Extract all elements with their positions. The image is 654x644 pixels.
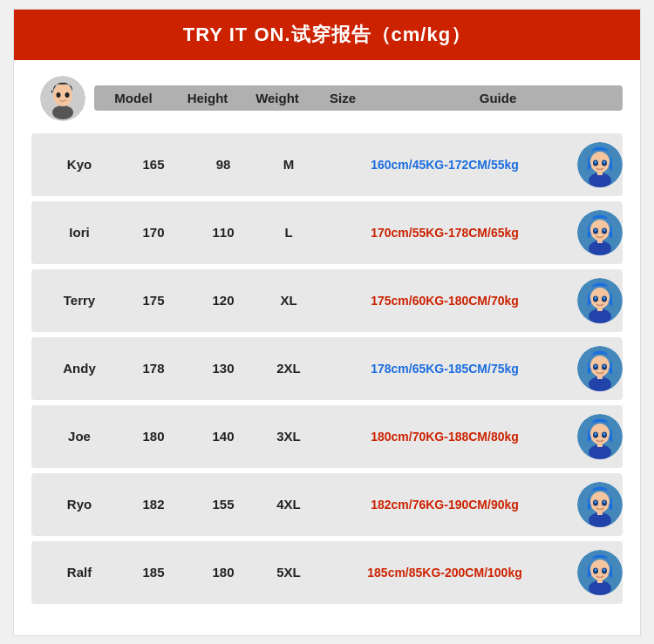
svg-point-60: [603, 568, 606, 571]
svg-point-44: [603, 432, 606, 435]
column-labels: Model Height Weight Size Guide: [94, 85, 623, 111]
row-avatar-4: [577, 414, 623, 459]
table-row: Joe 180 140 3XL 180cm/70KG-188CM/80kg: [31, 405, 623, 468]
cell-weight-0: 98: [188, 157, 258, 172]
col-guide-label: Guide: [373, 91, 623, 105]
svg-point-35: [595, 364, 597, 367]
svg-point-51: [595, 500, 597, 503]
cell-weight-4: 140: [188, 429, 258, 444]
cell-height-5: 182: [119, 497, 188, 512]
svg-point-28: [603, 296, 606, 299]
svg-point-3: [57, 92, 61, 98]
cell-height-4: 180: [119, 429, 188, 444]
rows-container: Kyo 165 98 M 160cm/45KG-172CM/55kg: [31, 133, 623, 604]
cell-size-0: M: [258, 157, 319, 172]
cell-model-1: Iori: [40, 225, 119, 240]
svg-point-4: [65, 92, 70, 98]
row-avatar-2: [577, 278, 623, 323]
row-avatar-0: [577, 142, 623, 187]
cell-guide-0: 160cm/45KG-172CM/55kg: [319, 158, 570, 172]
cell-height-0: 165: [119, 157, 188, 172]
cell-guide-3: 178cm/65KG-185CM/75kg: [319, 362, 570, 376]
cell-size-1: L: [258, 225, 319, 240]
row-data-4: Joe 180 140 3XL 180cm/70KG-188CM/80kg: [40, 429, 570, 444]
row-data-0: Kyo 165 98 M 160cm/45KG-172CM/55kg: [40, 157, 570, 172]
cell-weight-2: 120: [188, 293, 258, 308]
cell-guide-5: 182cm/76KG-190CM/90kg: [319, 498, 570, 512]
cell-guide-4: 180cm/70KG-188CM/80kg: [319, 430, 570, 444]
table-row: Ryo 182 155 4XL 182cm/76KG-190CM/90kg: [31, 473, 623, 536]
row-avatar-6: [577, 550, 623, 595]
header-avatar: [40, 76, 85, 121]
col-height-label: Height: [173, 91, 242, 105]
row-data-1: Iori 170 110 L 170cm/55KG-178CM/65kg: [40, 225, 570, 240]
table-row: Terry 175 120 XL 175cm/60KG-180CM/70kg: [31, 269, 623, 332]
svg-point-52: [603, 500, 606, 503]
cell-height-1: 170: [119, 225, 188, 240]
cell-height-3: 178: [119, 361, 188, 376]
page-title: TRY IT ON.试穿报告（cm/kg）: [14, 10, 640, 60]
cell-size-6: 5XL: [258, 565, 319, 580]
cell-guide-2: 175cm/60KG-180CM/70kg: [319, 294, 570, 308]
cell-model-6: Ralf: [40, 565, 119, 580]
cell-size-5: 4XL: [258, 497, 319, 512]
cell-height-6: 185: [119, 565, 188, 580]
cell-size-2: XL: [258, 293, 319, 308]
table-row: Kyo 165 98 M 160cm/45KG-172CM/55kg: [31, 133, 623, 196]
svg-point-36: [603, 364, 606, 367]
svg-point-43: [595, 432, 597, 435]
cell-guide-6: 185cm/85KG-200CM/100kg: [319, 566, 570, 580]
main-container: TRY IT ON.试穿报告（cm/kg）: [13, 9, 641, 636]
row-avatar-1: [577, 210, 623, 255]
svg-point-27: [595, 296, 597, 299]
table-row: Ralf 185 180 5XL 185cm/85KG-200CM/100kg: [31, 541, 623, 604]
table-row: Andy 178 130 2XL 178cm/65KG-185CM/75kg: [31, 337, 623, 400]
row-data-5: Ryo 182 155 4XL 182cm/76KG-190CM/90kg: [40, 497, 570, 512]
row-avatar-5: [577, 482, 623, 527]
col-model-label: Model: [94, 91, 173, 105]
cell-weight-5: 155: [188, 497, 258, 512]
cell-model-3: Andy: [40, 361, 119, 376]
column-header-row: Model Height Weight Size Guide: [31, 69, 623, 128]
cell-height-2: 175: [119, 293, 188, 308]
cell-size-3: 2XL: [258, 361, 319, 376]
svg-point-20: [603, 228, 606, 231]
row-data-6: Ralf 185 180 5XL 185cm/85KG-200CM/100kg: [40, 565, 570, 580]
cell-size-4: 3XL: [258, 429, 319, 444]
cell-weight-3: 130: [188, 361, 258, 376]
table-wrapper: Model Height Weight Size Guide Kyo 165 9…: [14, 60, 640, 618]
svg-point-1: [52, 105, 73, 119]
svg-point-19: [595, 228, 597, 231]
cell-model-4: Joe: [40, 429, 119, 444]
svg-point-2: [53, 84, 72, 106]
row-data-2: Terry 175 120 XL 175cm/60KG-180CM/70kg: [40, 293, 570, 308]
col-weight-label: Weight: [242, 91, 312, 105]
table-row: Iori 170 110 L 170cm/55KG-178CM/65kg: [31, 201, 623, 264]
svg-point-12: [603, 160, 606, 163]
row-data-3: Andy 178 130 2XL 178cm/65KG-185CM/75kg: [40, 361, 570, 376]
cell-model-2: Terry: [40, 293, 119, 308]
cell-guide-1: 170cm/55KG-178CM/65kg: [319, 226, 570, 240]
cell-weight-6: 180: [188, 565, 258, 580]
svg-point-59: [595, 568, 597, 571]
cell-weight-1: 110: [188, 225, 258, 240]
svg-point-11: [595, 160, 597, 163]
col-size-label: Size: [312, 91, 373, 105]
cell-model-5: Ryo: [40, 497, 119, 512]
row-avatar-3: [577, 346, 623, 391]
cell-model-0: Kyo: [40, 157, 119, 172]
